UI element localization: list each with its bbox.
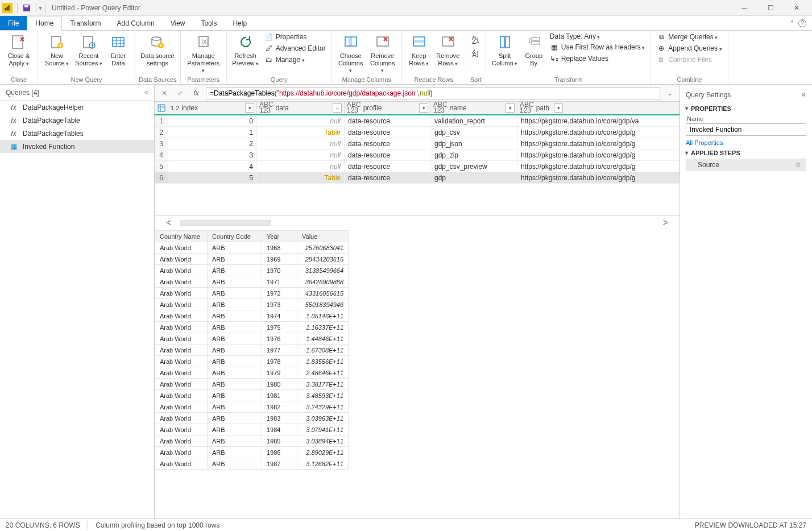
column-expand-icon[interactable]: ↔ [333,103,342,113]
preview-row[interactable]: Arab WorldARB19761.44846E+11 [155,333,349,345]
preview-row[interactable]: Arab WorldARB19771.67308E+11 [155,345,349,356]
tab-help[interactable]: Help [225,16,255,30]
tab-tools[interactable]: Tools [193,16,225,30]
query-name-input[interactable] [686,123,806,136]
split-column-button[interactable]: Split Column [490,32,520,68]
preview-header[interactable]: Country Name [155,231,208,242]
cell-path[interactable]: https://pkgstore.datahub.io/core/gdp/g [517,150,680,160]
preview-header[interactable]: Value [297,231,349,242]
tab-home[interactable]: Home [27,16,62,31]
cell-index[interactable]: 5 [168,172,257,183]
preview-row[interactable]: Arab WorldARB19853.03894E+11 [155,435,349,447]
cell-index[interactable]: 2 [168,138,257,149]
cell-index[interactable]: 1 [168,127,257,138]
merge-queries-button[interactable]: ⧉Merge Queries [654,32,724,42]
preview-row[interactable]: Arab WorldARB19862.89029E+11 [155,447,349,458]
new-source-button[interactable]: New Source [42,32,72,68]
cell-name[interactable]: gdp_json [431,138,517,149]
query-item[interactable]: fxDataPackageHelper [0,101,154,114]
cell-index[interactable]: 0 [168,115,257,126]
cell-path[interactable]: https://pkgstore.datahub.io/core/gdp/g [517,161,680,172]
preview-row[interactable]: Arab WorldARB19843.07941E+11 [155,424,349,435]
manage-parameters-button[interactable]: [x] Manage Parameters [184,32,223,75]
preview-header[interactable]: Year [262,231,297,242]
scroll-left-icon[interactable]: < [160,218,177,228]
column-filter-icon[interactable]: ▾ [245,103,254,113]
remove-rows-button[interactable]: Remove Rows [434,32,462,68]
scroll-right-icon[interactable]: > [657,218,674,228]
tab-file[interactable]: File [0,16,27,30]
append-queries-button[interactable]: ⊕Append Queries [654,43,724,53]
cell-profile[interactable]: data-resource [345,172,431,183]
cell-index[interactable]: 4 [168,161,257,172]
row-number[interactable]: 6 [155,172,168,183]
row-number[interactable]: 1 [155,115,168,126]
preview-row[interactable]: Arab WorldARB19813.48593E+11 [155,390,349,401]
minimize-button[interactable]: ─ [731,0,757,16]
table-row[interactable]: 54nulldata-resourcegdp_csv_previewhttps:… [155,161,680,172]
cell-data[interactable]: Table [257,172,345,183]
close-button[interactable]: ✕ [784,0,810,16]
cell-profile[interactable]: data-resource [345,161,431,172]
preview-row[interactable]: Arab WorldARB197136426909888 [155,276,349,288]
preview-row[interactable]: Arab WorldARB19803.38177E+11 [155,379,349,390]
tab-add-column[interactable]: Add Column [109,16,163,30]
advanced-editor-button[interactable]: 🖊Advanced Editor [262,43,328,53]
group-by-button[interactable]: Group By [521,32,546,68]
cell-name[interactable]: gdp_csv_preview [431,161,517,172]
cell-name[interactable]: gdp_csv [431,127,517,138]
qat-dropdown-icon[interactable]: ▾ [39,4,42,12]
keep-rows-button[interactable]: Keep Rows [405,32,433,68]
column-header-name[interactable]: ABC123 name ▾ [431,102,517,114]
tab-view[interactable]: View [163,16,193,30]
step-gear-icon[interactable]: ⚙ [795,161,801,169]
cell-path[interactable]: https://pkgstore.datahub.io/core/gdp/g [517,172,680,183]
enter-data-button[interactable]: Enter Data [105,32,131,68]
replace-values-button[interactable]: ↳₂Replace Values [548,53,648,64]
cell-path[interactable]: https://pkgstore.datahub.io/core/gdp/g [517,127,680,138]
cell-data[interactable]: null [257,150,345,160]
column-header-profile[interactable]: ABC123 profile ▾ [345,102,431,114]
preview-row[interactable]: Arab WorldARB197355018394946 [155,299,349,310]
applied-steps-section[interactable]: APPLIED STEPS [686,150,806,156]
cell-path[interactable]: https://pkgstore.datahub.io/core/gdp/va [517,115,680,126]
properties-button[interactable]: 📄Properties [262,32,328,42]
query-item[interactable]: fxDataPackageTable [0,114,154,127]
choose-columns-button[interactable]: Choose Columns [335,32,366,75]
query-item[interactable]: ▦Invoked Function [0,140,154,153]
row-number[interactable]: 5 [155,161,168,172]
preview-row[interactable]: Arab WorldARB19873.12682E+11 [155,458,349,470]
preview-row[interactable]: Arab WorldARB19792.48646E+11 [155,367,349,379]
data-source-settings-button[interactable]: Data source settings [139,32,176,68]
cell-profile[interactable]: data-resource [345,115,431,126]
cell-index[interactable]: 3 [168,150,257,160]
table-row[interactable]: 43nulldata-resourcegdp_ziphttps://pkgsto… [155,150,680,161]
table-row[interactable]: 21Tabledata-resourcegdp_csvhttps://pkgst… [155,127,680,138]
combine-files-button[interactable]: 🗎Combine Files [654,55,724,65]
queries-collapse-icon[interactable]: < [144,89,148,97]
sort-desc-button[interactable]: ZA [470,48,482,60]
column-header-data[interactable]: ABC123 data ↔ [257,102,345,114]
preview-row[interactable]: Arab WorldARB197031385499664 [155,265,349,276]
cell-name[interactable]: gdp_zip [431,150,517,160]
query-item[interactable]: fxDataPackageTables [0,127,154,140]
fx-icon[interactable]: fx [190,87,202,99]
cell-data[interactable]: Table [257,127,345,138]
remove-columns-button[interactable]: Remove Columns [367,32,398,75]
preview-row[interactable]: Arab WorldARB19781.83556E+11 [155,356,349,367]
column-header-path[interactable]: ABC123 path ▾ [517,102,680,114]
cell-name[interactable]: validation_report [431,115,517,126]
formula-commit-icon[interactable]: ✓ [174,87,187,99]
ribbon-help-icon[interactable]: ? [798,19,806,27]
column-filter-icon[interactable]: ▾ [554,103,563,113]
column-filter-icon[interactable]: ▾ [506,103,515,113]
settings-close-icon[interactable]: ✕ [801,91,806,99]
close-apply-button[interactable]: Close & Apply [3,32,34,68]
preview-row[interactable]: Arab WorldARB19751.16337E+11 [155,322,349,333]
row-number[interactable]: 3 [155,138,168,149]
preview-header[interactable]: Country Code [208,231,262,242]
cell-profile[interactable]: data-resource [345,150,431,160]
preview-row[interactable]: Arab WorldARB19833.03963E+11 [155,413,349,424]
save-icon[interactable] [22,3,31,13]
preview-row[interactable]: Arab WorldARB197243316056615 [155,288,349,299]
